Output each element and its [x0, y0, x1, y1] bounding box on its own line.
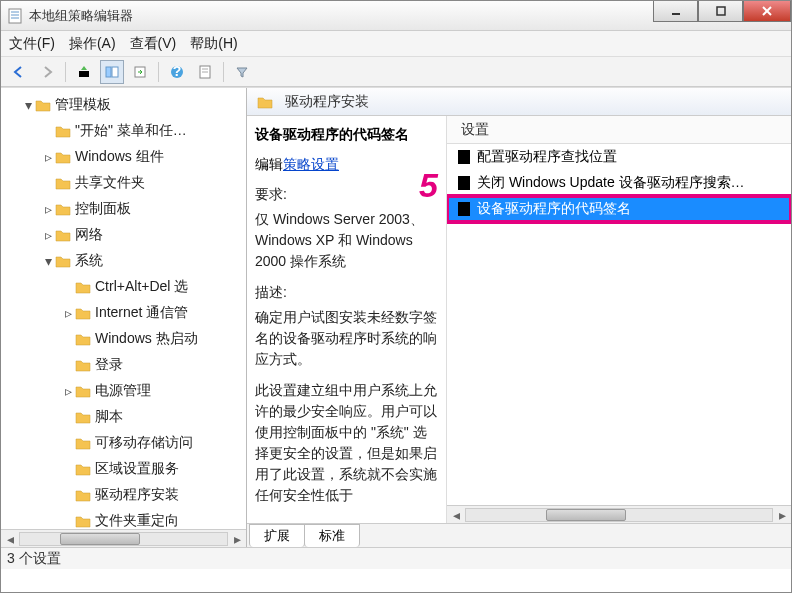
- separator: [223, 62, 224, 82]
- app-icon: [7, 8, 23, 24]
- tab-extended[interactable]: 扩展: [249, 524, 305, 547]
- svg-rect-5: [717, 7, 725, 15]
- menubar: 文件(F) 操作(A) 查看(V) 帮助(H): [1, 31, 791, 57]
- separator: [158, 62, 159, 82]
- tree-item[interactable]: Windows 热启动: [5, 326, 246, 352]
- edit-policy-row: 编辑策略设置: [255, 156, 438, 174]
- folder-icon: [257, 95, 273, 109]
- folder-icon: [75, 462, 91, 476]
- list-item-label: 设备驱动程序的代码签名: [477, 200, 631, 218]
- tree-item-label: 系统: [75, 252, 103, 270]
- tree-item-label: 共享文件夹: [75, 174, 145, 192]
- tab-standard[interactable]: 标准: [304, 524, 360, 547]
- tree-item[interactable]: ▹电源管理: [5, 378, 246, 404]
- folder-icon: [55, 228, 71, 242]
- requirements-text: 仅 Windows Server 2003、Windows XP 和 Windo…: [255, 209, 438, 272]
- window-title: 本地组策略编辑器: [29, 7, 653, 25]
- folder-icon: [75, 306, 91, 320]
- tree-item-label: 区域设置服务: [95, 460, 179, 478]
- tree-twisty[interactable]: ▹: [41, 149, 55, 165]
- list-item-label: 关闭 Windows Update 设备驱动程序搜索…: [477, 174, 745, 192]
- up-button[interactable]: [72, 60, 96, 84]
- svg-rect-25: [458, 202, 470, 216]
- tree-item[interactable]: ▾系统: [5, 248, 246, 274]
- tree-item[interactable]: "开始" 菜单和任…: [5, 118, 246, 144]
- folder-icon: [55, 254, 71, 268]
- right-pane: 驱动程序安装 设备驱动程序的代码签名 编辑策略设置 要求: 仅 Windows …: [247, 88, 791, 547]
- policy-icon: [457, 149, 471, 165]
- tree-item-label: Windows 热启动: [95, 330, 198, 348]
- edit-policy-link[interactable]: 策略设置: [283, 156, 339, 172]
- svg-rect-17: [458, 150, 470, 164]
- close-button[interactable]: [743, 0, 791, 22]
- list-item[interactable]: 配置驱动程序查找位置: [447, 144, 791, 170]
- list-item[interactable]: 关闭 Windows Update 设备驱动程序搜索…: [447, 170, 791, 196]
- tab-bar: 扩展 标准: [247, 523, 791, 547]
- tree-twisty[interactable]: ▾: [41, 253, 55, 269]
- forward-button[interactable]: [35, 60, 59, 84]
- tree-item-label: Ctrl+Alt+Del 选: [95, 278, 188, 296]
- svg-rect-10: [112, 67, 118, 77]
- requirements-label: 要求:: [255, 184, 438, 205]
- status-text: 3 个设置: [7, 550, 61, 568]
- list-item-label: 配置驱动程序查找位置: [477, 148, 617, 166]
- content-area: ▾ 管理模板 "开始" 菜单和任…▹Windows 组件共享文件夹▹控制面板▹网…: [1, 87, 791, 547]
- menu-help[interactable]: 帮助(H): [190, 35, 237, 53]
- tree-item[interactable]: 驱动程序安装: [5, 482, 246, 508]
- titlebar: 本地组策略编辑器: [1, 1, 791, 31]
- separator: [65, 62, 66, 82]
- tree-item[interactable]: ▹Internet 通信管: [5, 300, 246, 326]
- minimize-button[interactable]: [653, 0, 698, 22]
- maximize-button[interactable]: [698, 0, 743, 22]
- svg-rect-21: [458, 176, 470, 190]
- menu-file[interactable]: 文件(F): [9, 35, 55, 53]
- tree-item-label: 控制面板: [75, 200, 131, 218]
- tree-item[interactable]: ▹控制面板: [5, 196, 246, 222]
- tree-item[interactable]: 登录: [5, 352, 246, 378]
- back-button[interactable]: [7, 60, 31, 84]
- window-controls: [653, 1, 791, 30]
- folder-icon: [55, 150, 71, 164]
- tree-item-label: 网络: [75, 226, 103, 244]
- folder-icon: [75, 514, 91, 528]
- help-button[interactable]: ?: [165, 60, 189, 84]
- menu-view[interactable]: 查看(V): [130, 35, 177, 53]
- tree-item-label: 登录: [95, 356, 123, 374]
- tree-item[interactable]: 共享文件夹: [5, 170, 246, 196]
- policy-heading: 设备驱动程序的代码签名: [255, 126, 438, 144]
- folder-icon: [75, 488, 91, 502]
- svg-text:?: ?: [173, 65, 182, 79]
- list-column-header[interactable]: 设置: [447, 116, 791, 144]
- tree-twisty[interactable]: ▹: [41, 201, 55, 217]
- description-label: 描述:: [255, 282, 438, 303]
- tree-h-scrollbar[interactable]: ◂▸: [1, 529, 246, 547]
- policy-icon: [457, 201, 471, 217]
- tree-item[interactable]: Ctrl+Alt+Del 选: [5, 274, 246, 300]
- tree-twisty[interactable]: ▹: [61, 305, 75, 321]
- filter-button[interactable]: [230, 60, 254, 84]
- tree-pane[interactable]: ▾ 管理模板 "开始" 菜单和任…▹Windows 组件共享文件夹▹控制面板▹网…: [1, 88, 247, 547]
- menu-action[interactable]: 操作(A): [69, 35, 116, 53]
- list-item[interactable]: 设备驱动程序的代码签名: [447, 196, 791, 222]
- tree-item[interactable]: 脚本: [5, 404, 246, 430]
- tree-item[interactable]: 可移动存储访问: [5, 430, 246, 456]
- folder-icon: [75, 410, 91, 424]
- show-hide-tree-button[interactable]: [100, 60, 124, 84]
- toolbar: ?: [1, 57, 791, 87]
- tree-twisty[interactable]: ▹: [61, 383, 75, 399]
- detail-header: 驱动程序安装: [247, 88, 791, 116]
- settings-list-pane: 5 设置 配置驱动程序查找位置关闭 Windows Update 设备驱动程序搜…: [447, 116, 791, 523]
- export-button[interactable]: [128, 60, 152, 84]
- list-h-scrollbar[interactable]: ◂▸: [447, 505, 791, 523]
- tree-twisty[interactable]: ▹: [41, 227, 55, 243]
- description-text-2: 此设置建立组中用户系统上允许的最少安全响应。用户可以使用控制面板中的 "系统" …: [255, 380, 438, 506]
- svg-rect-0: [9, 9, 21, 23]
- tree-root[interactable]: ▾ 管理模板: [5, 92, 246, 118]
- tree-item-label: 文件夹重定向: [95, 512, 179, 530]
- folder-icon: [55, 202, 71, 216]
- tree-item-label: 驱动程序安装: [95, 486, 179, 504]
- tree-item[interactable]: ▹Windows 组件: [5, 144, 246, 170]
- tree-item[interactable]: 区域设置服务: [5, 456, 246, 482]
- properties-button[interactable]: [193, 60, 217, 84]
- tree-item[interactable]: ▹网络: [5, 222, 246, 248]
